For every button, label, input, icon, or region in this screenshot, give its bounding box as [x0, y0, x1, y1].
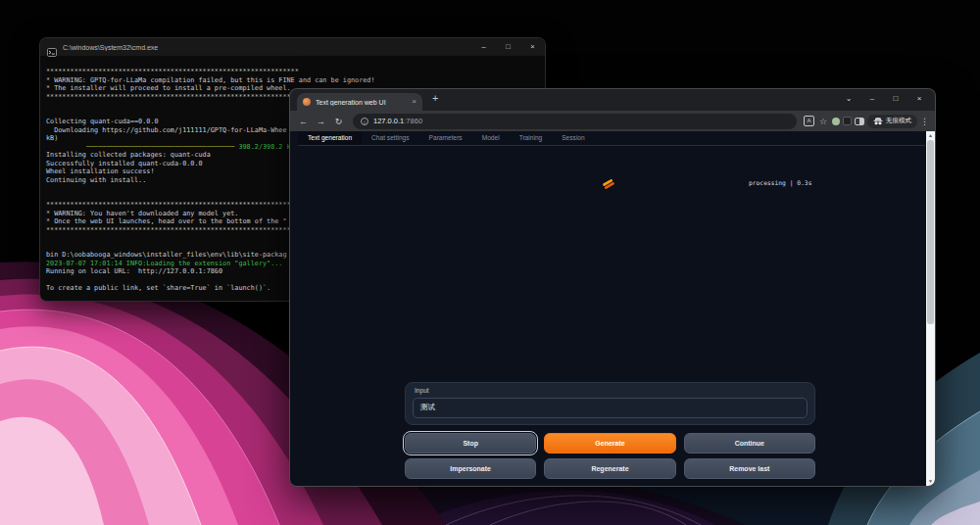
browser-tab[interactable]: Text generation web UI ×	[297, 93, 422, 111]
browser-window: Text generation web UI × + ⌄ – □ × ← → ↻…	[289, 88, 936, 487]
back-icon[interactable]: ←	[296, 117, 311, 126]
button-row-2: ImpersonateRegenerateRemove last	[405, 458, 815, 479]
bookmark-star-icon[interactable]: ☆	[817, 117, 829, 126]
regenerate-button[interactable]: Regenerate	[544, 458, 675, 479]
terminal-titlebar[interactable]: C:\windows\System32\cmd.exe – □ ×	[40, 38, 545, 56]
scrollbar-thumb[interactable]	[927, 140, 934, 324]
webui-tab-session[interactable]: Session	[552, 131, 594, 145]
continue-button[interactable]: Continue	[684, 433, 815, 453]
url-host: 127.0.0.1	[373, 117, 404, 125]
translate-icon[interactable]: A	[804, 116, 814, 126]
incognito-label: 无痕模式	[886, 117, 911, 125]
input-label: Input	[415, 387, 429, 394]
gradio-logo-icon	[602, 176, 615, 194]
window-close-button[interactable]: ×	[907, 89, 931, 111]
tab-favicon-icon	[303, 98, 311, 106]
webui-tab-model[interactable]: Model	[472, 131, 510, 145]
desktop: C:\windows\System32\cmd.exe – □ × ******…	[0, 0, 980, 525]
browser-tabstrip: Text generation web UI × + ⌄ – □ ×	[290, 89, 935, 111]
scrollbar-up-icon[interactable]: ▲	[926, 131, 935, 140]
scrollbar-down-icon[interactable]: ▼	[926, 477, 935, 486]
webui-tab-training[interactable]: Training	[510, 131, 553, 145]
webui-page: Text generationChat settingsParametersMo…	[290, 131, 935, 486]
processing-status: processing | 0.3s	[749, 179, 811, 186]
browser-menu-icon[interactable]: ⋮	[920, 117, 929, 126]
site-info-icon[interactable]: i	[361, 118, 368, 125]
button-row-1: StopGenerateContinue	[405, 433, 815, 453]
input-textarea[interactable]: 测试	[413, 398, 808, 418]
incognito-badge: 无痕模式	[867, 115, 917, 128]
generate-button[interactable]: Generate	[544, 433, 675, 453]
webui-tab-parameters[interactable]: Parameters	[419, 131, 472, 145]
webui-tab-text-generation[interactable]: Text generation	[298, 131, 362, 145]
terminal-line: * WARNING: GPTQ-for-LLaMa compilation fa…	[46, 76, 545, 85]
window-minimize-button[interactable]: –	[860, 89, 884, 111]
tab-close-icon[interactable]: ×	[412, 98, 416, 106]
browser-toolbar: ← → ↻ i 127.0.0.1 :7860 A ☆ 无	[290, 111, 935, 131]
new-tab-button[interactable]: +	[432, 92, 438, 104]
extension-icon-green[interactable]	[832, 118, 840, 125]
reload-icon[interactable]: ↻	[331, 117, 346, 126]
forward-icon[interactable]: →	[314, 117, 328, 126]
terminal-minimize-button[interactable]: –	[471, 38, 496, 56]
terminal-close-button[interactable]: ×	[520, 38, 545, 56]
incognito-icon	[873, 118, 883, 125]
terminal-line: ****************************************…	[46, 68, 545, 76]
page-scrollbar[interactable]: ▲ ▼	[926, 131, 935, 486]
extension-icon-dark[interactable]	[843, 117, 852, 125]
window-maximize-button[interactable]: □	[884, 89, 907, 111]
remove-last-button[interactable]: Remove last	[684, 458, 815, 479]
side-panel-icon[interactable]	[855, 118, 864, 125]
terminal-maximize-button[interactable]: □	[496, 38, 520, 56]
cmd-icon	[47, 43, 57, 52]
window-menu-chevron-icon[interactable]: ⌄	[837, 89, 860, 111]
tab-title: Text generation web UI	[316, 99, 407, 106]
impersonate-button[interactable]: Impersonate	[405, 458, 536, 479]
terminal-title: C:\windows\System32\cmd.exe	[63, 44, 471, 51]
address-bar[interactable]: i 127.0.0.1 :7860	[353, 114, 797, 129]
url-port: :7860	[404, 117, 422, 125]
webui-tab-bar: Text generationChat settingsParametersMo…	[298, 131, 925, 146]
webui-tab-chat-settings[interactable]: Chat settings	[362, 131, 418, 145]
input-panel: Input 测试	[405, 382, 815, 425]
stop-button[interactable]: Stop	[405, 433, 536, 453]
